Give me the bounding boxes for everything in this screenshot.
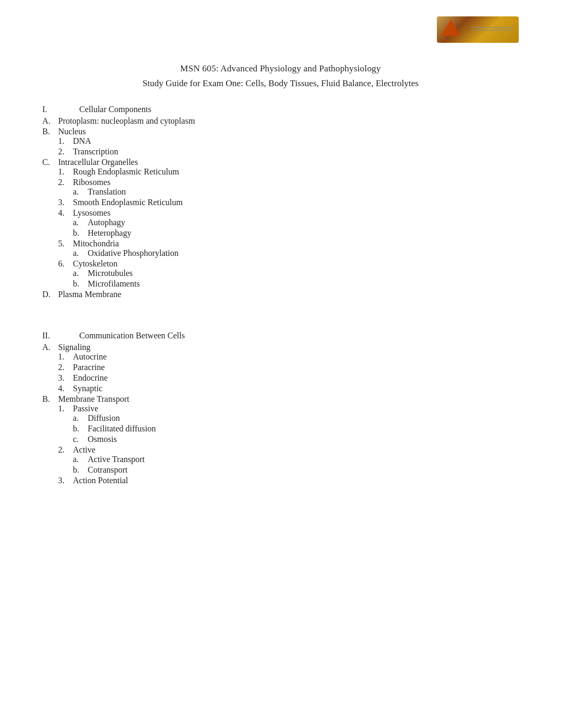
num-text-1-1-2: Action Potential (73, 476, 128, 485)
sub-alpha-text-1-1-0-2: Osmosis (88, 435, 117, 444)
list-item: B.Nucleus1.DNA2.Transcription (42, 127, 519, 156)
sub-alpha-label-1-1-1-1: b. (73, 465, 88, 475)
num-label-1-0-1: 2. (58, 363, 73, 372)
sub-alpha-label-0-2-3-1: b. (73, 228, 88, 238)
alpha-text-0-0: Protoplasm: nucleoplasm and cytoplasm (58, 116, 195, 126)
roman-row-1: II.Communication Between Cells (42, 331, 519, 340)
list-item: A.Protoplasm: nucleoplasm and cytoplasm (42, 116, 519, 126)
list-item: A.Signaling1.Autocrine2.Paracrine3.Endoc… (42, 343, 519, 393)
list-item: b.Heterophagy (73, 228, 519, 238)
list-item: 4.Synaptic (58, 384, 519, 393)
num-text-1-0-0: Autocrine (73, 352, 107, 362)
num-label-0-2-0: 1. (58, 167, 73, 177)
roman-row-0: I.Cellular Components (42, 105, 519, 114)
num-text-1-0-1: Paracrine (73, 363, 105, 372)
num-label-0-1-1: 2. (58, 147, 73, 156)
num-text-1-0-2: Endocrine (73, 373, 108, 383)
logo-area (434, 15, 519, 44)
header-section: MSN 605: Advanced Physiology and Pathoph… (42, 63, 519, 89)
sub-alpha-label-1-1-1-0: a. (73, 455, 88, 464)
sub-alpha-text-0-2-4-0: Oxidative Phosphorylation (88, 248, 179, 258)
list-item: 6.Cytoskeletona.Microtubulesb.Microfilam… (58, 259, 519, 289)
list-item: b.Microfilaments (73, 279, 519, 289)
alpha-text-0-1: Nucleus (58, 127, 86, 136)
num-label-1-0-0: 1. (58, 352, 73, 362)
list-item: 1.Passivea.Diffusionb.Facilitated diffus… (58, 404, 519, 444)
sub-alpha-label-1-1-0-2: c. (73, 435, 88, 444)
sub-alpha-label-1-1-0-0: a. (73, 413, 88, 423)
num-label-0-2-2: 3. (58, 198, 73, 207)
num-label-0-1-0: 1. (58, 136, 73, 146)
sub-alpha-label-0-2-5-0: a. (73, 269, 88, 278)
alpha-label-0-2: C. (42, 158, 58, 167)
num-label-1-0-2: 3. (58, 373, 73, 383)
section-0: I.Cellular ComponentsA.Protoplasm: nucle… (42, 105, 519, 299)
sub-alpha-label-0-2-3-0: a. (73, 218, 88, 227)
alpha-label-0-0: A. (42, 116, 58, 126)
sub-alpha-label-0-2-4-0: a. (73, 248, 88, 258)
sub-title: Study Guide for Exam One: Cells, Body Ti… (42, 78, 519, 89)
list-item: 1.Autocrine (58, 352, 519, 362)
list-item: a.Oxidative Phosphorylation (73, 248, 519, 258)
num-text-0-1-0: DNA (73, 136, 91, 146)
alpha-label-0-1: B. (42, 127, 58, 136)
list-item: 1.DNA (58, 136, 519, 146)
list-item: a.Diffusion (73, 413, 519, 423)
alpha-label-1-0: A. (42, 343, 58, 352)
sub-alpha-label-0-2-5-1: b. (73, 279, 88, 289)
list-item: a.Translation (73, 187, 519, 197)
alpha-text-0-3: Plasma Membrane (58, 290, 121, 299)
sub-alpha-text-1-1-1-1: Cotransport (88, 465, 128, 475)
list-item: 2.Transcription (58, 147, 519, 156)
num-label-1-1-0: 1. (58, 404, 73, 413)
num-text-1-1-0: Passive (73, 404, 98, 413)
alpha-text-1-1: Membrane Transport (58, 394, 129, 404)
list-item: c.Osmosis (73, 435, 519, 444)
alpha-label-0-3: D. (42, 290, 58, 299)
sub-alpha-label-1-1-0-1: b. (73, 424, 88, 434)
list-item: b.Facilitated diffusion (73, 424, 519, 434)
list-item: 3.Smooth Endoplasmic Reticulum (58, 198, 519, 207)
list-item: D.Plasma Membrane (42, 290, 519, 299)
university-logo (437, 16, 519, 43)
list-item: a.Microtubules (73, 269, 519, 278)
num-text-0-2-1: Ribosomes (73, 178, 110, 187)
outline-a-1: A.Signaling1.Autocrine2.Paracrine3.Endoc… (42, 343, 519, 485)
list-item: 3.Endocrine (58, 373, 519, 383)
num-text-1-1-1: Active (73, 445, 96, 455)
num-label-1-1-2: 3. (58, 476, 73, 485)
sub-alpha-text-0-2-3-0: Autophagy (88, 218, 125, 227)
list-item: a.Active Transport (73, 455, 519, 464)
num-label-0-2-3: 4. (58, 208, 73, 218)
num-text-0-2-2: Smooth Endoplasmic Reticulum (73, 198, 183, 207)
section-1: II.Communication Between CellsA.Signalin… (42, 331, 519, 485)
list-item: 3.Action Potential (58, 476, 519, 485)
sub-alpha-text-0-2-5-0: Microtubules (88, 269, 133, 278)
num-text-0-2-4: Mitochondria (73, 239, 119, 248)
sub-alpha-text-1-1-0-1: Facilitated diffusion (88, 424, 156, 434)
num-text-0-2-0: Rough Endoplasmic Reticulum (73, 167, 179, 177)
list-item: C.Intracellular Organelles1.Rough Endopl… (42, 158, 519, 289)
num-label-0-2-5: 6. (58, 259, 73, 269)
list-item: 4.Lysosomesa.Autophagyb.Heterophagy (58, 208, 519, 238)
num-label-1-1-1: 2. (58, 445, 73, 455)
roman-numeral-1: II. (42, 331, 79, 340)
alpha-text-0-2: Intracellular Organelles (58, 158, 138, 167)
list-item: B.Membrane Transport1.Passivea.Diffusion… (42, 394, 519, 485)
outline-a-0: A.Protoplasm: nucleoplasm and cytoplasmB… (42, 116, 519, 299)
sub-alpha-label-0-2-1-0: a. (73, 187, 88, 197)
list-item: 2.Ribosomesa.Translation (58, 178, 519, 197)
list-item: b.Cotransport (73, 465, 519, 475)
num-text-0-2-5: Cytoskeleton (73, 259, 117, 269)
page-container: MSN 605: Advanced Physiology and Pathoph… (0, 0, 561, 728)
num-text-1-0-3: Synaptic (73, 384, 102, 393)
num-label-0-2-1: 2. (58, 178, 73, 187)
num-label-1-0-3: 4. (58, 384, 73, 393)
num-text-0-1-1: Transcription (73, 147, 118, 156)
alpha-label-1-1: B. (42, 394, 58, 404)
content-area: I.Cellular ComponentsA.Protoplasm: nucle… (42, 105, 519, 485)
sub-alpha-text-0-2-3-1: Heterophagy (88, 228, 132, 238)
list-item: 2.Activea.Active Transportb.Cotransport (58, 445, 519, 475)
section-title-0: Cellular Components (79, 105, 151, 114)
roman-numeral-0: I. (42, 105, 79, 114)
